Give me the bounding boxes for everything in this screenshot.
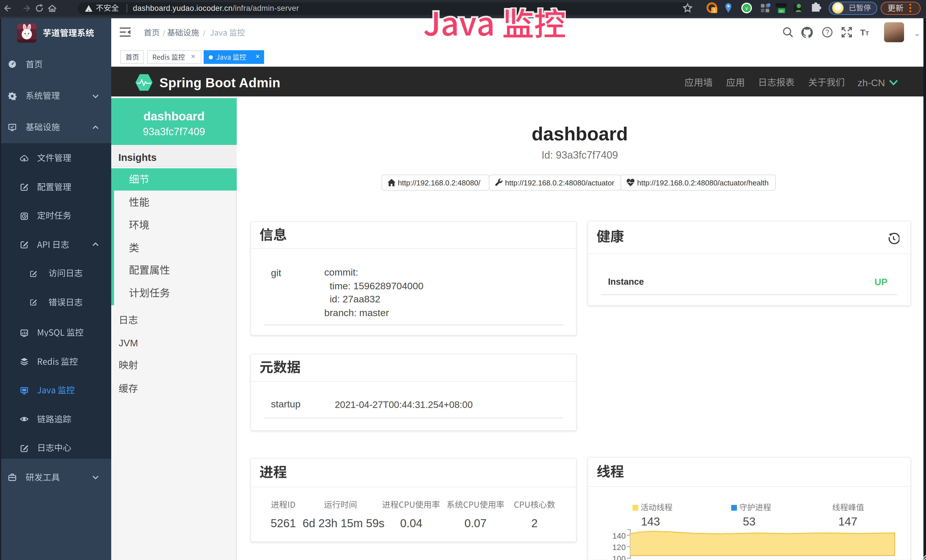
svg-text:1: 1 xyxy=(713,8,716,13)
svg-text:on: on xyxy=(779,9,784,13)
svg-text:?: ? xyxy=(826,29,829,36)
svg-text:v: v xyxy=(746,5,748,11)
